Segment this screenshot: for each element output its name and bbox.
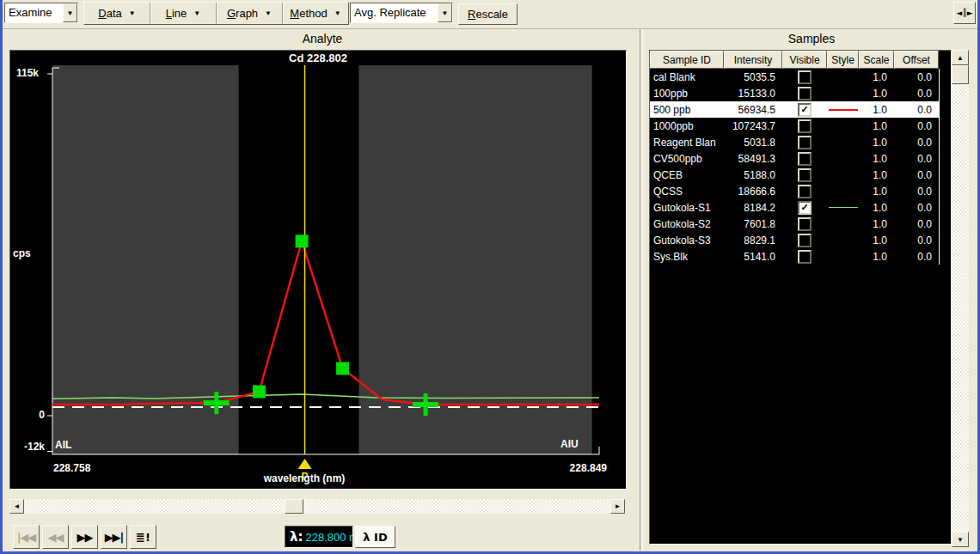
table-row[interactable]: QCSS18666.61.00.0 — [650, 183, 939, 199]
visible-cell — [782, 234, 827, 247]
next-icon: ▶▶ — [77, 531, 93, 544]
visible-checkbox[interactable] — [798, 250, 812, 264]
x-min-label: 228.758 — [53, 462, 90, 474]
chevron-down-icon: ▼ — [334, 9, 341, 17]
chevron-down-icon[interactable]: ▼ — [438, 3, 452, 22]
column-header-style[interactable]: Style — [827, 51, 859, 69]
visible-cell — [782, 168, 827, 182]
column-header-sample-id[interactable]: Sample ID — [650, 51, 724, 69]
vscroll-track[interactable] — [952, 84, 969, 532]
scroll-left-button[interactable]: ◄ — [9, 499, 24, 514]
table-row[interactable]: Gutokola-S18184.2✓1.00.0 — [650, 199, 939, 216]
scale-cell: 1.0 — [859, 251, 894, 263]
rescale-button[interactable]: Rescale — [458, 3, 518, 25]
scroll-up-button[interactable]: ▲ — [952, 50, 969, 65]
panel-divider — [640, 29, 643, 551]
scale-cell: 1.0 — [859, 218, 894, 230]
splitter-button[interactable]: ◄║► — [953, 2, 976, 24]
samples-table-header: Sample ID Intensity Visible Style Scale … — [650, 51, 951, 69]
scale-cell: 1.0 — [859, 71, 894, 83]
line-menu-button[interactable]: Line ▼ — [150, 3, 217, 24]
visible-checkbox[interactable] — [798, 87, 812, 100]
scale-cell: 1.0 — [859, 88, 894, 100]
first-replicate-button[interactable]: |◀◀ — [13, 525, 40, 549]
scroll-right-button[interactable]: ► — [610, 499, 625, 514]
column-header-offset[interactable]: Offset — [894, 51, 939, 69]
table-row[interactable]: 100ppb15133.01.00.0 — [650, 85, 939, 101]
visible-checkbox[interactable] — [798, 234, 812, 247]
lambda-id-button[interactable]: λ ID — [355, 526, 395, 548]
intensity-cell: 15133.0 — [724, 88, 782, 100]
table-row[interactable]: cal Blank5035.51.00.0 — [650, 69, 939, 85]
examine-combo[interactable]: Examine ▼ — [4, 3, 78, 23]
table-row[interactable]: Gutokola-S38829.11.00.0 — [650, 232, 939, 248]
visible-checkbox[interactable] — [798, 152, 812, 166]
offset-cell: 0.0 — [894, 153, 939, 165]
scroll-down-button[interactable]: ▼ — [952, 532, 969, 547]
sample-id-cell: Gutokola-S3 — [650, 234, 724, 247]
wavelength-value: 228.800 nm — [306, 531, 354, 544]
scale-cell: 1.0 — [859, 234, 894, 247]
table-row[interactable]: QCEB5188.01.00.0 — [650, 167, 939, 183]
y-axis-unit: cps — [13, 247, 31, 259]
table-row[interactable]: Reagent Blan5031.81.00.0 — [650, 134, 939, 150]
table-row[interactable]: CV500ppb58491.31.00.0 — [650, 150, 939, 167]
line-menu-label: Line — [166, 7, 187, 20]
scale-cell: 1.0 — [859, 153, 894, 165]
next-replicate-button[interactable]: ▶▶ — [71, 525, 98, 549]
chevron-down-icon: ▼ — [193, 9, 200, 17]
table-row[interactable]: Sys.Blk5141.01.00.0 — [650, 248, 939, 265]
visible-checkbox[interactable] — [798, 136, 812, 149]
scale-cell: 1.0 — [859, 120, 894, 132]
column-header-visible[interactable]: Visible — [782, 51, 827, 69]
graph-menu-label: Graph — [227, 7, 258, 20]
style-cell — [827, 109, 859, 111]
visible-checkbox[interactable] — [798, 168, 812, 182]
previous-icon: ◀◀ — [48, 531, 64, 544]
chevron-down-icon: ▼ — [129, 9, 136, 17]
chevron-down-icon[interactable]: ▼ — [63, 3, 77, 22]
graph-menu-button[interactable]: Graph ▼ — [217, 3, 283, 24]
intensity-cell: 5188.0 — [724, 169, 782, 181]
plot-area[interactable]: P Cd 228.802 115k cps 0 -12k AIL AIU 228… — [9, 50, 627, 490]
hscroll-thumb[interactable] — [285, 499, 303, 514]
sample-id-cell: CV500ppb — [650, 153, 724, 165]
sample-id-cell: Gutokola-S1 — [650, 202, 724, 214]
method-menu-button[interactable]: Method ▼ — [283, 3, 348, 24]
last-replicate-button[interactable]: ▶▶| — [101, 525, 127, 549]
intensity-cell: 107243.7 — [724, 120, 782, 132]
visible-cell — [782, 136, 827, 149]
sample-id-cell: 100ppb — [650, 88, 724, 100]
column-header-scale[interactable]: Scale — [859, 51, 894, 69]
visible-checkbox[interactable] — [798, 119, 812, 133]
replicate-combo[interactable]: Avg. Replicate ▼ — [350, 3, 453, 23]
visible-cell — [782, 217, 827, 231]
column-header-intensity[interactable]: Intensity — [724, 51, 782, 69]
plot-hscrollbar: ◄ ► — [9, 499, 625, 514]
hscroll-track[interactable] — [24, 499, 610, 514]
table-row[interactable]: 500 ppb56934.5✓1.00.0 — [650, 101, 939, 118]
visible-checkbox[interactable]: ✓ — [798, 201, 812, 215]
previous-replicate-button[interactable]: ◀◀ — [42, 525, 69, 549]
intensity-cell: 5141.0 — [724, 251, 782, 263]
visible-checkbox[interactable] — [798, 185, 812, 198]
replicate-combo-value: Avg. Replicate — [351, 3, 438, 22]
scale-cell: 1.0 — [859, 169, 894, 181]
visible-checkbox[interactable] — [798, 70, 812, 84]
scale-cell: 1.0 — [859, 186, 894, 198]
data-menu-label: Data — [98, 7, 121, 20]
lambda-prefix: λ: — [290, 529, 303, 545]
list-icon: ≣! — [136, 531, 150, 544]
replicate-list-button[interactable]: ≣! — [130, 525, 156, 549]
data-menu-button[interactable]: Data ▼ — [84, 3, 150, 24]
visible-checkbox[interactable]: ✓ — [798, 103, 812, 117]
examine-combo-value: Examine — [5, 3, 63, 22]
vscroll-thumb[interactable] — [952, 65, 969, 84]
arrow-up-icon: ▲ — [957, 54, 964, 62]
table-row[interactable]: 1000ppb107243.71.00.0 — [650, 118, 939, 134]
intensity-cell: 8829.1 — [724, 234, 782, 247]
visible-cell — [782, 70, 827, 84]
table-row[interactable]: Gutokola-S27601.81.00.0 — [650, 216, 939, 232]
visible-checkbox[interactable] — [798, 217, 812, 231]
sample-id-cell: Gutokola-S2 — [650, 218, 724, 230]
